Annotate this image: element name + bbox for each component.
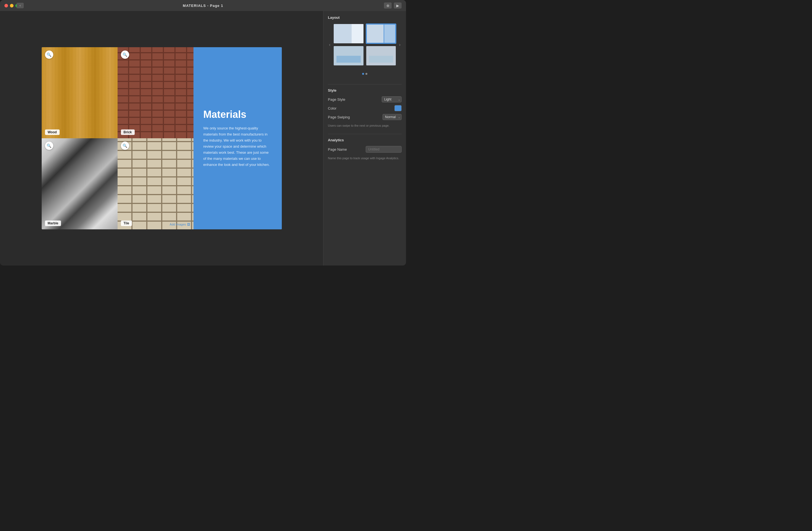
tile-zoom-icon[interactable]: 🔍 (121, 142, 129, 150)
color-label: Color (328, 106, 336, 110)
page-swiping-select[interactable]: Normal Snap None (382, 114, 402, 120)
image-grid: 🔍 Wood 🔍 Brick 🔍 Ma (42, 47, 193, 229)
style-section-title: Style (328, 88, 402, 92)
marble-label: Marble (45, 220, 61, 226)
back-button[interactable]: ‹ (17, 3, 24, 8)
add-images-icon: 🖼 (187, 223, 190, 226)
layout-section-title: Layout (328, 15, 402, 19)
color-row: Color (328, 105, 402, 111)
color-swatch[interactable] (394, 105, 402, 111)
brick-overlay (118, 47, 193, 138)
dot-2[interactable] (365, 73, 367, 75)
layout-prev-button[interactable]: ‹ (328, 41, 332, 48)
layout-next-button[interactable]: › (398, 41, 402, 48)
dot-1[interactable] (362, 73, 364, 75)
layout-thumb-1[interactable] (333, 24, 364, 44)
page-swiping-hint: Users can swipe to the next or previous … (328, 124, 402, 127)
brick-label: Brick (121, 129, 135, 135)
sidebar: Layout ‹ › (323, 11, 406, 266)
tile-overlay (118, 138, 193, 229)
titlebar: ‹ MATERIALS - Page 1 ⊕ ▶ (0, 0, 406, 11)
titlebar-actions: ⊕ ▶ (384, 2, 402, 9)
add-images-label: Add Images (170, 223, 186, 226)
wood-label: Wood (45, 129, 60, 135)
content-body: We only source the highest-quality mater… (203, 125, 272, 168)
add-button[interactable]: ⊕ (384, 2, 392, 9)
add-images-button[interactable]: Add Images 🖼 (170, 223, 190, 226)
layout-thumb-4[interactable] (366, 45, 396, 66)
page-swiping-select-wrapper: Normal Snap None (382, 114, 402, 120)
content-title: Materials (203, 109, 272, 120)
page-name-input[interactable] (366, 146, 402, 153)
main-content: 🔍 Wood 🔍 Brick 🔍 Ma (0, 11, 406, 266)
canvas-area: 🔍 Wood 🔍 Brick 🔍 Ma (0, 11, 323, 266)
page-style-label: Page Style (328, 97, 345, 102)
page-container: 🔍 Wood 🔍 Brick 🔍 Ma (42, 47, 282, 229)
page-name-row: Page Name (328, 146, 402, 153)
tile-label: Tile (121, 220, 132, 226)
brick-zoom-icon[interactable]: 🔍 (121, 51, 129, 59)
wood-overlay (42, 47, 118, 138)
page-style-select-wrapper: Light Dark Custom (382, 96, 402, 102)
marble-zoom-icon[interactable]: 🔍 (45, 142, 53, 150)
page-style-row: Page Style Light Dark Custom (328, 96, 402, 102)
page-swiping-label: Page Swiping (328, 115, 350, 119)
page-style-select[interactable]: Light Dark Custom (382, 96, 402, 102)
marble-overlay (42, 138, 118, 229)
tile-cell[interactable]: 🔍 Tile Add Images 🖼 (118, 138, 193, 229)
page-name-label: Page Name (328, 147, 347, 152)
close-button[interactable] (4, 4, 8, 8)
wood-zoom-icon[interactable]: 🔍 (45, 51, 53, 59)
marble-cell[interactable]: 🔍 Marble (42, 138, 118, 229)
layout-thumbnails (333, 24, 396, 66)
content-panel: Materials We only source the highest-qua… (193, 47, 282, 229)
layout-thumb-3[interactable] (333, 45, 364, 66)
page-swiping-row: Page Swiping Normal Snap None (328, 114, 402, 120)
app-window: ‹ MATERIALS - Page 1 ⊕ ▶ 🔍 Wood (0, 0, 406, 266)
wood-cell[interactable]: 🔍 Wood (42, 47, 118, 138)
divider-2 (328, 134, 402, 134)
layout-grid: ‹ › (328, 24, 402, 66)
analytics-section-title: Analytics (328, 138, 402, 142)
minimize-button[interactable] (10, 4, 14, 8)
brick-cell[interactable]: 🔍 Brick (118, 47, 193, 138)
play-button[interactable]: ▶ (394, 2, 402, 9)
layout-dots (328, 71, 402, 76)
layout-thumb-2[interactable] (366, 24, 396, 44)
window-title: MATERIALS - Page 1 (183, 4, 223, 8)
page-name-hint: Name this page to track usage with Ingag… (328, 157, 402, 160)
